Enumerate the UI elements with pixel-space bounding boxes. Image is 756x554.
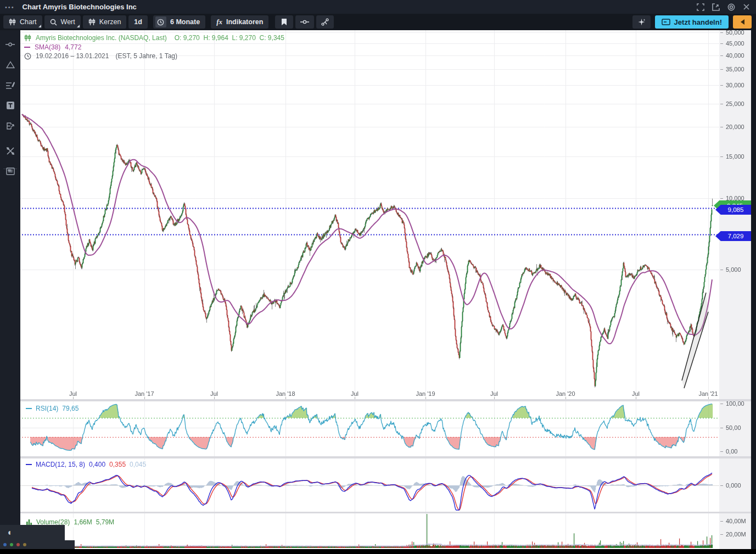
rsi-line-swatch (26, 408, 32, 409)
candles-icon (88, 18, 96, 26)
effects-button[interactable] (632, 15, 651, 29)
instrument-legend: Amyris Biotechnologies Inc. (NASDAQ, Las… (24, 34, 284, 42)
text-tool-icon[interactable] (0, 97, 20, 114)
alert-price-tag-upper[interactable]: 9,085 (715, 205, 751, 215)
price-chart-canvas[interactable] (20, 30, 756, 549)
time-range-button[interactable]: 6 Monate (153, 15, 205, 29)
window-title: Chart Amyris Biotechnologies Inc (23, 3, 137, 11)
contrast-theme-icon[interactable]: ◐ (0, 525, 20, 540)
toolbar-right-group: Jetzt handeln! (630, 14, 752, 30)
range-label: 6 Monate (170, 18, 200, 26)
line-marker-icon (300, 19, 309, 25)
kerzen-button-label: Kerzen (99, 18, 121, 26)
rsi-label[interactable]: RSI(14) (36, 405, 58, 412)
candles-icon (9, 18, 16, 26)
indicator-color-tray (0, 540, 75, 549)
indicators-button[interactable]: fx Indikatoren (211, 15, 268, 29)
sma-legend: SMA(38) 4,772 (24, 43, 81, 51)
alert-price-tag-lower[interactable]: 7,029 (715, 231, 751, 241)
macd-value: 0,400 (89, 461, 105, 468)
collapse-panel-button[interactable] (733, 15, 752, 29)
date-range: 19.02.2016 – 13.01.2021 (36, 52, 109, 60)
pattern-tool-button[interactable] (316, 15, 334, 29)
tray-dot-blue[interactable] (3, 543, 7, 546)
settings-tools-icon[interactable] (0, 143, 20, 159)
popout-icon[interactable] (712, 3, 720, 11)
candles-icon (24, 34, 31, 42)
molecule-icon (321, 18, 329, 26)
interval-label: 1d (134, 18, 142, 26)
interval-button[interactable]: 1d (128, 15, 148, 29)
volume-value: 5,79M (96, 518, 114, 526)
indicators-label: Indikatoren (226, 18, 263, 26)
clock-icon (155, 16, 166, 27)
trade-card-icon (662, 19, 670, 25)
fibonacci-tool-icon[interactable] (0, 77, 20, 93)
macd-label[interactable]: MACD(12, 15, 8) (36, 461, 85, 468)
tray-dot-red[interactable] (16, 543, 20, 546)
annotation-tool-icon[interactable] (0, 117, 20, 134)
horizontal-line-tool-icon[interactable] (0, 36, 20, 53)
date-range-legend: 19.02.2016 – 13.01.2021 (EST, 5 Jahre, 1… (24, 52, 177, 60)
ohlc-values: O: 9,270 H: 9,964 L: 9,270 C: 9,345 (175, 34, 284, 42)
macd-hist-value: 0,045 (130, 461, 146, 468)
layout-templates-icon[interactable] (0, 163, 20, 180)
bookmark-button[interactable] (275, 15, 293, 29)
sma-line-swatch (24, 47, 30, 48)
close-icon[interactable] (742, 3, 751, 11)
clock-icon (24, 53, 31, 60)
tray-dot-olive[interactable] (23, 543, 26, 546)
sparkle-icon (637, 18, 646, 26)
trade-now-button[interactable]: Jetzt handeln! (655, 15, 729, 29)
macd-line-swatch (26, 464, 32, 465)
macd-signal-value: 0,355 (109, 461, 126, 468)
wert-button-label: Wert (61, 18, 75, 26)
sma-label[interactable]: SMA(38) (35, 43, 60, 51)
instrument-name[interactable]: Amyris Biotechnologies Inc. (NASDAQ, Las… (36, 34, 167, 42)
fullscreen-icon[interactable] (696, 3, 704, 11)
drawing-tools-sidebar (0, 30, 20, 549)
chart-app-window: ••• Chart Amyris Biotechnologies Inc Cha… (0, 0, 756, 554)
macd-legend: MACD(12, 15, 8) 0,400 0,355 0,045 (24, 460, 149, 469)
fx-icon: fx (216, 18, 222, 26)
left-triangle-icon (741, 19, 744, 25)
rsi-value: 79,65 (62, 405, 79, 412)
range-info: (EST, 5 Jahre, 1 Tag) (115, 52, 177, 60)
instrument-search-button[interactable]: Wert (44, 15, 81, 29)
record-icon[interactable] (727, 3, 735, 11)
widget-menu-icon[interactable]: ••• (5, 4, 15, 10)
dropdown-corner (77, 25, 80, 27)
rsi-legend: RSI(14) 79,65 (24, 404, 81, 413)
chart-type-button[interactable]: Chart (3, 15, 42, 29)
candle-style-button[interactable]: Kerzen (83, 15, 127, 29)
title-bar: ••• Chart Amyris Biotechnologies Inc (0, 0, 756, 14)
tray-dot-green[interactable] (10, 543, 13, 546)
volume-ma-value: 1,66M (74, 518, 92, 526)
crosshair-line-button[interactable] (295, 15, 314, 29)
sma-value: 4,772 (65, 43, 81, 51)
trade-button-label: Jetzt handeln! (674, 18, 722, 26)
dropdown-corner (38, 25, 41, 27)
bottom-bar (0, 549, 756, 554)
triangle-tool-icon[interactable] (0, 57, 20, 73)
search-icon (50, 19, 57, 26)
bookmark-icon (281, 18, 287, 26)
chart-button-label: Chart (20, 18, 37, 26)
